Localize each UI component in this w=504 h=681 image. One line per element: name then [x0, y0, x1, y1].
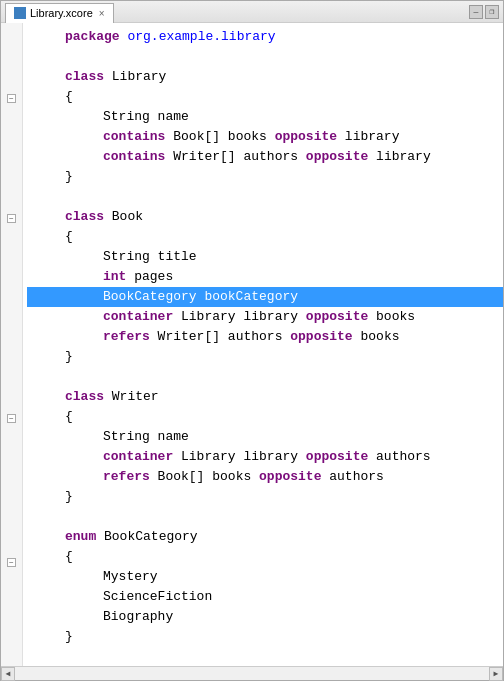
title-bar: Library.xcore × — ❐	[1, 1, 503, 23]
line-brace-enum-open: {	[27, 547, 503, 567]
editor-gutter: − − − −	[1, 23, 23, 666]
line-refers-books-authors: refers Book[] books opposite authors	[27, 467, 503, 487]
collapse-writer-icon[interactable]: −	[7, 414, 16, 423]
line-brace-writer-open: {	[27, 407, 503, 427]
scroll-left-button[interactable]: ◀	[1, 667, 15, 681]
file-icon	[14, 7, 26, 19]
line-mystery: Mystery	[27, 567, 503, 587]
collapse-library-icon[interactable]: −	[7, 94, 16, 103]
line-class-book: class Book	[27, 207, 503, 227]
line-brace-book-close: }	[27, 347, 503, 367]
line-string-name-writer: String name	[27, 427, 503, 447]
line-contains-writers: contains Writer[] authors opposite libra…	[27, 147, 503, 167]
code-editor[interactable]: package org.example.library class Librar…	[23, 23, 503, 666]
scroll-track[interactable]	[15, 667, 489, 680]
minimize-button[interactable]: —	[469, 5, 483, 19]
tab-label: Library.xcore	[30, 7, 93, 19]
line-enum-bookcategory: enum BookCategory	[27, 527, 503, 547]
line-biography: Biography	[27, 607, 503, 627]
tab-close-button[interactable]: ×	[99, 8, 105, 19]
line-string-name: String name	[27, 107, 503, 127]
main-window: Library.xcore × — ❐ − − − − pac	[0, 0, 504, 681]
line-contains-books: contains Book[] books opposite library	[27, 127, 503, 147]
line-blank-1	[27, 47, 503, 67]
collapse-enum-icon[interactable]: −	[7, 558, 16, 567]
line-class-writer: class Writer	[27, 387, 503, 407]
line-class-library: class Library	[27, 67, 503, 87]
editor-container: − − − − package org.example.library	[1, 23, 503, 666]
horizontal-scrollbar[interactable]: ◀ ▶	[1, 666, 503, 680]
line-refers-writers-books: refers Writer[] authors opposite books	[27, 327, 503, 347]
scroll-right-button[interactable]: ▶	[489, 667, 503, 681]
code-content: package org.example.library class Librar…	[23, 27, 503, 666]
line-string-title: String title	[27, 247, 503, 267]
line-sciencefiction: ScienceFiction	[27, 587, 503, 607]
window-controls: — ❐	[469, 5, 499, 19]
line-container-library-authors: container Library library opposite autho…	[27, 447, 503, 467]
line-blank-2	[27, 187, 503, 207]
line-package: package org.example.library	[27, 27, 503, 47]
line-brace-library-close: }	[27, 167, 503, 187]
line-blank-4	[27, 507, 503, 527]
file-tab[interactable]: Library.xcore ×	[5, 3, 114, 23]
line-container-library-books: container Library library opposite books	[27, 307, 503, 327]
line-int-pages: int pages	[27, 267, 503, 287]
line-brace-library-open: {	[27, 87, 503, 107]
line-brace-book-open: {	[27, 227, 503, 247]
line-brace-enum-close: }	[27, 627, 503, 647]
line-blank-3	[27, 367, 503, 387]
restore-button[interactable]: ❐	[485, 5, 499, 19]
line-bookcategory: BookCategory bookCategory	[27, 287, 503, 307]
line-brace-writer-close: }	[27, 487, 503, 507]
collapse-book-icon[interactable]: −	[7, 214, 16, 223]
